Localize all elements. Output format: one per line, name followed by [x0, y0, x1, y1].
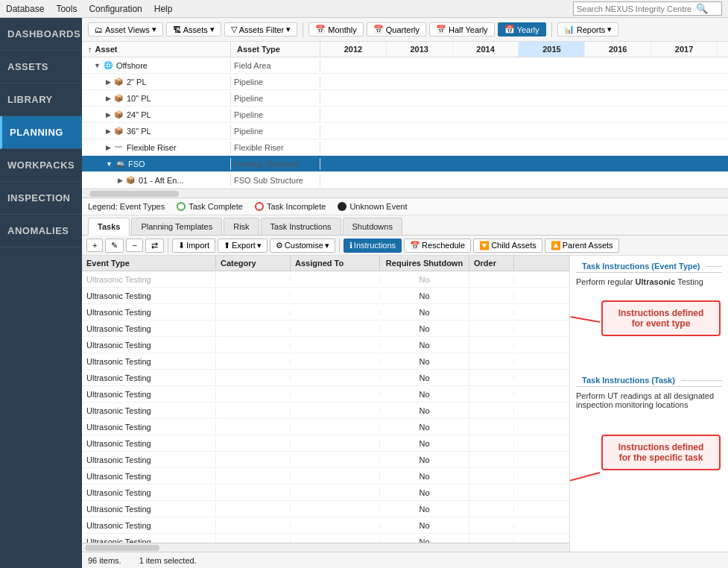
callout-arrow-task: [570, 472, 600, 483]
menu-database[interactable]: Database: [6, 4, 44, 14]
nav-assets[interactable]: ASSETS: [0, 51, 82, 83]
table-row[interactable]: Ultrasonic Testing No: [82, 452, 569, 468]
table-row[interactable]: Ultrasonic Testing No: [82, 517, 569, 534]
tree-hscrollbar[interactable]: [82, 189, 728, 198]
year-2017[interactable]: 2017: [651, 42, 718, 57]
year-2013[interactable]: 2013: [387, 42, 453, 57]
yearly-button[interactable]: 📅 Yearly: [498, 22, 546, 37]
export-button[interactable]: ⬆ Export ▾: [218, 239, 268, 253]
tree-row-aftern[interactable]: ▶ 📦 01 - Aft En... FSO Sub Structure: [82, 172, 728, 189]
tab-risk[interactable]: Risk: [224, 218, 259, 235]
tree-assettype-fso: Floating Structure: [231, 158, 320, 170]
instructions-button[interactable]: ℹ Instructions: [344, 239, 402, 253]
year-2015[interactable]: 2015: [519, 42, 585, 57]
tab-task-instructions[interactable]: Task Instructions: [261, 218, 341, 235]
assets-button[interactable]: 🏗 Assets ▾: [166, 22, 221, 37]
table-row[interactable]: Ultrasonic Testing No: [82, 337, 569, 353]
add-task-button[interactable]: +: [86, 239, 103, 252]
calendar-icon: 📅: [315, 25, 326, 34]
reports-button[interactable]: 📊 Reports ▾: [557, 22, 619, 37]
table-row[interactable]: Ultrasonic Testing No: [82, 370, 569, 386]
parent-assets-button[interactable]: 🔼 Parent Assets: [545, 239, 619, 253]
edit-task-button[interactable]: ✎: [105, 239, 124, 253]
table-row[interactable]: Ultrasonic Testing No: [82, 468, 569, 485]
tree-row-flexriser[interactable]: ▶ 〰 Flexible Riser Flexible Riser: [82, 139, 728, 156]
tree-assettype-10pl: Pipeline: [231, 92, 320, 104]
tree-row-10pl[interactable]: ▶ 📦 10" PL Pipeline: [82, 90, 728, 107]
table-row[interactable]: Ultrasonic Testing No: [82, 321, 569, 337]
tree-row-36pl[interactable]: ▶ 📦 36" PL Pipeline: [82, 123, 728, 139]
hscrollbar-thumb2[interactable]: [85, 545, 159, 551]
tree-asset-aftern: ▶ 📦 01 - Aft En...: [82, 174, 231, 186]
nav-library[interactable]: LIBRARY: [0, 83, 82, 116]
delete-task-button[interactable]: −: [126, 239, 142, 252]
task-instructions-panel: Task Instructions (Event Type) Perform r…: [570, 256, 728, 552]
search-input[interactable]: [577, 4, 696, 13]
assets-filter-button[interactable]: ▽ Assets Filter ▾: [224, 22, 298, 37]
nav-dashboards[interactable]: DASHBOARDS: [0, 18, 82, 51]
year-2014[interactable]: 2014: [453, 42, 519, 57]
asset-views-button[interactable]: 🗂 Asset Views ▾: [88, 22, 163, 37]
share-button[interactable]: ⇄: [145, 239, 164, 253]
tree-assettype-offshore: Field Area: [231, 60, 320, 72]
legend-incomplete-label: Task Incomplete: [267, 202, 326, 211]
task-list-hscrollbar[interactable]: [82, 543, 569, 552]
chevron-down-icon: ▾: [210, 25, 215, 34]
tree-row-offshore[interactable]: ▼ 🌐 Offshore Field Area: [82, 57, 728, 74]
unknown-event-icon: [338, 202, 346, 211]
quarterly-button[interactable]: 📅 Quarterly: [367, 22, 426, 37]
search-box[interactable]: 🔍: [573, 1, 722, 16]
pipeline-icon: 📦: [113, 125, 124, 137]
table-row[interactable]: Ultrasonic Testing No: [82, 501, 569, 517]
half-yearly-button[interactable]: 📅 Half Yearly: [429, 22, 495, 37]
table-row[interactable]: Ultrasonic Testing No: [82, 271, 569, 288]
table-row[interactable]: Ultrasonic Testing No: [82, 288, 569, 304]
year-2016[interactable]: 2016: [585, 42, 651, 57]
tree-row-2pl[interactable]: ▶ 📦 2" PL Pipeline: [82, 74, 728, 90]
table-row[interactable]: Ultrasonic Testing No: [82, 435, 569, 452]
tree-row-fso[interactable]: ▼ 🚢 FSO Floating Structure: [82, 156, 728, 172]
calendar-icon: 📅: [504, 25, 515, 34]
expand-icon: ▶: [106, 144, 111, 151]
callout-arrow-event: [570, 316, 600, 323]
asset-tree[interactable]: ▼ 🌐 Offshore Field Area ▶ 📦 2" PL Pipeli…: [82, 57, 728, 189]
task-rows[interactable]: Ultrasonic Testing No Ultrasonic Testing…: [82, 271, 569, 543]
tab-tasks[interactable]: Tasks: [88, 218, 130, 236]
offshore-icon: 🌐: [102, 60, 114, 72]
table-row[interactable]: Ultrasonic Testing No: [82, 485, 569, 501]
legend-label: Legend: Event Types: [88, 202, 165, 211]
table-row[interactable]: Ultrasonic Testing No: [82, 534, 569, 543]
task-instructions: Task Instructions (Task) Perform UT read…: [576, 376, 722, 409]
child-assets-button[interactable]: 🔽 Child Assets: [473, 239, 542, 253]
reschedule-button[interactable]: 📅 Reschedule: [404, 239, 471, 253]
customise-button[interactable]: ⚙ Customise ▾: [270, 239, 335, 253]
menu-configuration[interactable]: Configuration: [89, 4, 142, 14]
task-panel: + ✎ − ⇄ ⬇ Import ⬆ Export ▾ ⚙ Customise …: [82, 236, 728, 552]
import-button[interactable]: ⬇ Import: [172, 239, 215, 253]
table-row[interactable]: Ultrasonic Testing No: [82, 353, 569, 370]
table-row[interactable]: Ultrasonic Testing No: [82, 403, 569, 419]
fso-icon: 🚢: [114, 158, 126, 170]
table-row[interactable]: Ultrasonic Testing No: [82, 304, 569, 321]
nav-workpacks[interactable]: WORKPACKS: [0, 149, 82, 182]
tab-planning-templates[interactable]: Planning Templates: [131, 218, 222, 235]
year-2012[interactable]: 2012: [320, 42, 387, 57]
event-type-instructions-title: Task Instructions (Event Type): [576, 262, 722, 273]
menu-tools[interactable]: Tools: [56, 4, 77, 14]
tree-row-24pl[interactable]: ▶ 📦 24" PL Pipeline: [82, 107, 728, 123]
nav-planning[interactable]: PLANNING: [0, 116, 82, 149]
hscrollbar-thumb[interactable]: [89, 191, 179, 197]
timeline-years: 2012 2013 2014 2015 2016 2017: [320, 42, 718, 57]
nav-inspection[interactable]: INSPECTION: [0, 182, 82, 215]
table-row[interactable]: Ultrasonic Testing No: [82, 386, 569, 403]
tab-shutdowns[interactable]: Shutdowns: [343, 218, 402, 235]
monthly-button[interactable]: 📅 Monthly: [308, 22, 364, 37]
table-row[interactable]: Ultrasonic Testing No: [82, 419, 569, 435]
menu-help[interactable]: Help: [154, 4, 173, 14]
asset-column-header: ↑ Asset: [82, 42, 231, 57]
calendar-icon: 📅: [436, 25, 446, 34]
nav-anomalies[interactable]: ANOMALIES: [0, 215, 82, 247]
item-count: 96 items.: [88, 556, 121, 565]
calendar-icon: 📅: [373, 25, 384, 34]
event-type-instructions-body: Perform regular Ultrasonic Testing: [576, 277, 722, 286]
